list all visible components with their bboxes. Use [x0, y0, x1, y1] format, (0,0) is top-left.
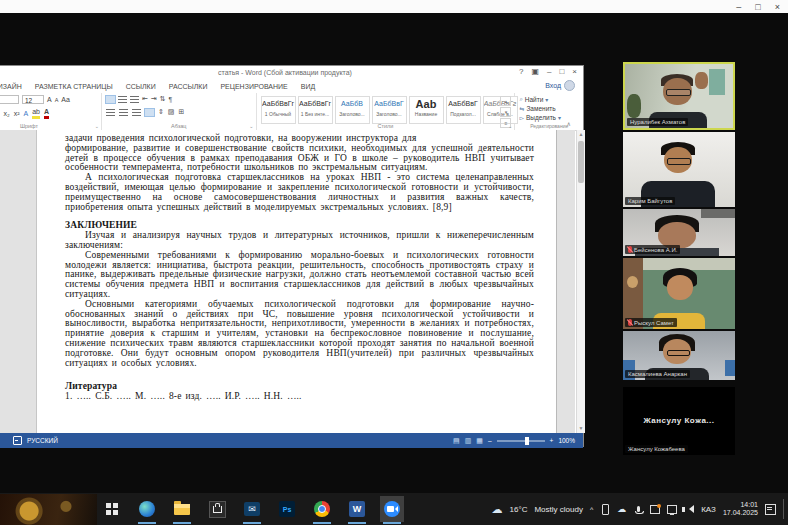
participant-tile-6[interactable]: Жансулу Кожа... Жансулу Кожабеева: [623, 387, 735, 455]
style-subtitle[interactable]: АаБбВвГ Подзагол...: [446, 96, 481, 124]
taskbar-clock[interactable]: 14:01 17.04.2025: [723, 501, 758, 517]
minimize-icon[interactable]: –: [736, 2, 741, 12]
word-minimize-icon[interactable]: –: [547, 67, 551, 76]
taskbar-chrome[interactable]: [310, 496, 334, 522]
notification-center-icon[interactable]: [765, 504, 776, 515]
taskbar-edge[interactable]: [135, 496, 159, 522]
multilevel-list-icon[interactable]: [130, 96, 139, 103]
tab-mailings[interactable]: РАССЫЛКИ: [169, 83, 208, 90]
replace-button[interactable]: ⇆ Заменить: [519, 104, 561, 113]
style-heading1[interactable]: АаБбВ Заголово...: [335, 96, 370, 124]
onedrive-cloud-icon[interactable]: ☁: [617, 504, 626, 514]
ribbon-options-icon[interactable]: ▣: [531, 67, 539, 76]
zoom-slider-thumb[interactable]: [525, 437, 529, 445]
web-layout-icon[interactable]: ▦: [476, 437, 483, 445]
show-desktop-button[interactable]: [783, 499, 786, 519]
select-button[interactable]: ▻ Выделить ▾: [519, 113, 561, 122]
pilcrow-icon[interactable]: ¶: [169, 96, 173, 103]
sort-icon[interactable]: ⇅: [160, 95, 166, 103]
vertical-scrollbar[interactable]: ▲ ▼: [576, 130, 585, 433]
close-icon[interactable]: ×: [775, 2, 780, 12]
weather-condition[interactable]: Mostly cloudy: [534, 505, 582, 514]
participant-tile-2[interactable]: Карим Байгутов: [623, 132, 735, 207]
read-mode-icon[interactable]: ▤: [453, 437, 460, 445]
style-title[interactable]: Aab Название: [409, 96, 444, 124]
increase-indent-icon[interactable]: ⇥: [151, 95, 157, 103]
speaker-icon[interactable]: [684, 503, 694, 515]
tab-design[interactable]: ДИЗАЙН: [0, 83, 22, 90]
word-restore-icon[interactable]: □: [559, 67, 564, 76]
word-titlebar[interactable]: статья - Word (Сбой активации продукта) …: [0, 66, 583, 80]
display-tray-icon[interactable]: [667, 503, 677, 515]
find-button[interactable]: ⌕ Найти ▾: [519, 95, 561, 104]
sign-in[interactable]: Вход: [545, 80, 575, 91]
style-normal[interactable]: АаБбВвГг 1 Обычный: [261, 96, 296, 124]
scroll-up-icon[interactable]: ▲: [577, 130, 585, 139]
zoom-out-icon[interactable]: –: [488, 437, 492, 444]
zoom-in-icon[interactable]: +: [550, 437, 554, 444]
microphone-tray-icon[interactable]: [633, 503, 643, 515]
style-heading2[interactable]: АаБбВвГ Заголово...: [372, 96, 407, 124]
font-size-combobox[interactable]: 12: [22, 95, 44, 104]
shrink-font-icon[interactable]: А: [55, 96, 59, 104]
taskbar-zoom[interactable]: [380, 496, 404, 522]
subscript-button[interactable]: x₂: [3, 110, 9, 118]
decrease-indent-icon[interactable]: ⇤: [142, 95, 148, 103]
tab-page-layout[interactable]: РАЗМЕТКА СТРАНИЦЫ: [35, 83, 113, 90]
align-right-icon[interactable]: [132, 109, 141, 116]
tab-view[interactable]: ВИД: [301, 83, 315, 90]
highlight-color-icon[interactable]: ab: [32, 108, 40, 119]
superscript-button[interactable]: x²: [14, 110, 20, 118]
weather-temp[interactable]: 16°C: [510, 505, 528, 514]
proofing-icon[interactable]: [13, 436, 22, 445]
styles-scroll-down-icon[interactable]: ▾: [500, 107, 511, 117]
taskbar-mail[interactable]: ✉: [240, 496, 264, 522]
start-button[interactable]: [100, 496, 124, 522]
phone-link-icon[interactable]: [600, 503, 610, 515]
font-color-icon[interactable]: А: [44, 108, 49, 119]
maximize-icon[interactable]: □: [755, 2, 760, 12]
collapse-ribbon-icon[interactable]: ∧: [567, 120, 571, 127]
taskbar-word[interactable]: W: [345, 496, 369, 522]
language-indicator[interactable]: РУССКИЙ: [27, 437, 58, 444]
scrollbar-thumb[interactable]: [578, 141, 584, 183]
participant-tile-1[interactable]: Нуралибек Ахматов: [623, 62, 735, 130]
styles-dialog-launcher-icon[interactable]: ⌄: [508, 123, 512, 129]
participant-tile-4[interactable]: Рыскул Самет: [623, 258, 735, 329]
numbered-list-icon[interactable]: [118, 96, 127, 103]
font-name-combobox[interactable]: Times New Roman: [0, 95, 19, 104]
scroll-down-icon[interactable]: ▼: [577, 424, 585, 433]
print-layout-icon[interactable]: ▥: [465, 437, 472, 445]
weather-icon[interactable]: ☁: [492, 503, 503, 516]
word-close-icon[interactable]: ×: [572, 67, 577, 76]
bullet-list-icon[interactable]: [106, 96, 115, 103]
paragraph-dialog-launcher-icon[interactable]: ⌄: [249, 123, 253, 129]
tab-references[interactable]: ССЫЛКИ: [126, 83, 156, 90]
style-no-spacing[interactable]: АаБбВвГг 1 Без инте...: [298, 96, 333, 124]
grow-font-icon[interactable]: А: [47, 96, 52, 104]
participant-tile-5[interactable]: Касмалиева Анаркан: [623, 331, 735, 380]
font-dialog-launcher-icon[interactable]: ⌄: [95, 123, 99, 129]
taskbar-file-explorer[interactable]: [170, 496, 194, 522]
tab-review[interactable]: РЕЦЕНЗИРОВАНИЕ: [220, 83, 287, 90]
help-icon[interactable]: ?: [519, 67, 523, 76]
zoom-level[interactable]: 100%: [558, 437, 575, 444]
shading-icon[interactable]: ▨: [168, 108, 175, 116]
screen-share-tray-icon[interactable]: [650, 503, 660, 515]
change-case-icon[interactable]: Аа: [61, 96, 70, 104]
tray-chevron-icon[interactable]: ^: [590, 506, 593, 513]
justify-icon[interactable]: [145, 109, 154, 116]
line-spacing-icon[interactable]: ⇕: [158, 108, 164, 116]
participant-tile-3[interactable]: Бейсенова А.И.: [623, 209, 735, 256]
find-dropdown-icon: ▾: [545, 96, 548, 103]
text-effects-icon[interactable]: А: [24, 110, 29, 118]
styles-scroll-up-icon[interactable]: ▴: [500, 96, 511, 106]
borders-icon[interactable]: ⊞: [178, 108, 184, 116]
keyboard-language[interactable]: КАЗ: [701, 505, 716, 514]
align-left-icon[interactable]: [106, 109, 115, 116]
document-page[interactable]: задачи проведения психологической подгот…: [36, 130, 557, 433]
taskbar-photoshop[interactable]: Ps: [275, 496, 299, 522]
align-center-icon[interactable]: [119, 109, 128, 116]
taskbar-store[interactable]: [205, 496, 229, 522]
zoom-slider[interactable]: [497, 440, 545, 442]
